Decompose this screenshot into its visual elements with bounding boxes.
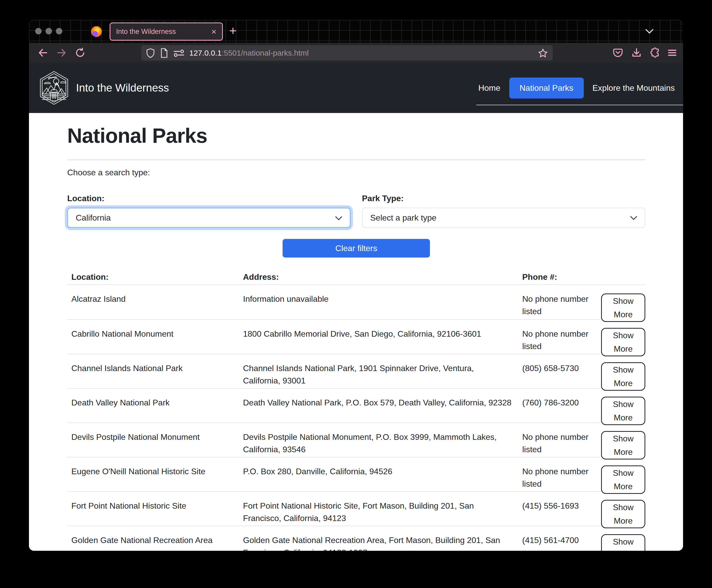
show-more-button[interactable]: Show More [601, 465, 645, 494]
row-location: Cabrillo National Monument [67, 319, 243, 357]
row-address: 1800 Cabrillo Memorial Drive, San Diego,… [243, 319, 522, 357]
table-row: Devils Postpile National Monument Devils… [67, 422, 645, 457]
page-title: National Parks [67, 123, 645, 148]
shield-icon[interactable] [146, 48, 155, 58]
pocket-icon[interactable] [611, 46, 625, 60]
download-icon[interactable] [630, 46, 643, 60]
nav-link-explore-mountains[interactable]: Explore the Mountains [592, 83, 675, 93]
location-select[interactable]: California [67, 208, 350, 228]
row-location: Golden Gate National Recreation Area [67, 526, 243, 551]
nav-link-home[interactable]: Home [478, 83, 500, 93]
firefox-icon [91, 26, 102, 37]
show-more-button[interactable]: Show More [601, 328, 645, 356]
row-phone: No phone number listed [522, 285, 601, 323]
site-navbar: Into the Wilderness Home National Parks … [29, 63, 683, 113]
list-tabs-chevron-icon[interactable] [644, 28, 654, 35]
menu-icon[interactable] [666, 46, 679, 60]
browser-tab[interactable]: Into the Wilderness × [110, 22, 223, 41]
window-minimize-button[interactable] [45, 28, 52, 35]
table-row: Channel Islands National Park Channel Is… [67, 354, 645, 388]
show-more-button[interactable]: Show More [601, 362, 645, 391]
browser-titlebar: Into the Wilderness × + [29, 20, 683, 43]
row-phone: (415) 556-1693 [522, 491, 601, 529]
row-address: Devils Postpile National Monument, P.O. … [243, 422, 522, 460]
permissions-toggle-icon[interactable] [173, 49, 185, 57]
table-row: Death Valley National Park Death Valley … [67, 388, 645, 422]
row-phone: (760) 786-3200 [522, 388, 601, 426]
forward-icon[interactable] [55, 46, 68, 60]
header-phone: Phone #: [522, 269, 601, 285]
url-path: :5501/national-parks.html [221, 49, 309, 57]
url-bar[interactable]: 127.0.0.1:5501/national-parks.html [141, 45, 553, 61]
brand[interactable]: Into the Wilderness [39, 71, 169, 105]
page-content: National Parks Choose a search type: Loc… [29, 113, 683, 551]
header-location: Location: [67, 269, 243, 285]
row-address: Death Valley National Park, P.O. Box 579… [243, 388, 522, 426]
browser-window: Into the Wilderness × + 12 [29, 20, 683, 551]
table-row: Cabrillo National Monument 1800 Cabrillo… [67, 319, 645, 354]
row-location: Eugene O'Neill National Historic Site [67, 457, 243, 495]
table-row: Alcatraz Island Information unavailable … [67, 285, 645, 319]
browser-toolbar: 127.0.0.1:5501/national-parks.html [29, 43, 683, 63]
tab-close-icon[interactable]: × [211, 27, 216, 36]
table-row: Golden Gate National Recreation Area Gol… [67, 526, 645, 551]
nav-underline [476, 105, 683, 105]
show-more-button[interactable]: Show More [601, 293, 645, 322]
row-location: Death Valley National Park [67, 388, 243, 426]
show-more-button[interactable]: Show More [601, 397, 645, 425]
header-address: Address: [243, 269, 522, 285]
back-icon[interactable] [36, 46, 50, 60]
tab-title: Into the Wilderness [116, 28, 211, 36]
extensions-puzzle-icon[interactable] [648, 46, 662, 60]
refresh-icon[interactable] [73, 46, 87, 60]
nav-link-national-parks-active[interactable]: National Parks [509, 78, 584, 99]
row-address: Channel Islands National Park, 1901 Spin… [243, 354, 522, 392]
url-host: 127.0.0.1 [189, 49, 221, 57]
show-more-button[interactable]: Show More [601, 500, 645, 528]
row-phone: No phone number listed [522, 422, 601, 460]
url-text[interactable]: 127.0.0.1:5501/national-parks.html [189, 49, 533, 57]
divider [67, 160, 645, 160]
window-close-button[interactable] [35, 28, 42, 35]
table-header-row: Location: Address: Phone #: [67, 269, 645, 285]
window-zoom-button[interactable] [56, 28, 62, 35]
clear-filters-button[interactable]: Clear filters [283, 239, 430, 257]
search-type-subtitle: Choose a search type: [67, 166, 645, 179]
row-address: Fort Point National Historic Site, Fort … [243, 491, 522, 529]
row-phone: No phone number listed [522, 319, 601, 357]
chevron-down-icon [334, 215, 343, 221]
wilderness-logo-icon [39, 71, 69, 105]
park-type-select[interactable]: Select a park type [362, 208, 645, 228]
nav-links: Home National Parks Explore the Mountain… [478, 78, 675, 99]
bookmark-star-icon[interactable] [538, 48, 548, 58]
parks-table-body: Alcatraz Island Information unavailable … [67, 285, 645, 551]
row-location: Devils Postpile National Monument [67, 422, 243, 460]
chevron-down-icon [629, 215, 638, 221]
brand-name[interactable]: Into the Wilderness [76, 82, 169, 94]
row-location: Channel Islands National Park [67, 354, 243, 392]
row-phone: (805) 658-5730 [522, 354, 601, 392]
row-address: Information unavailable [243, 285, 522, 323]
row-phone: No phone number listed [522, 457, 601, 495]
park-type-select-value: Select a park type [370, 213, 436, 223]
new-tab-button[interactable]: + [229, 25, 237, 37]
show-more-button[interactable]: Show More [601, 534, 645, 551]
row-phone: (415) 561-4700 [522, 526, 601, 551]
location-label: Location: [67, 192, 350, 205]
table-row: Fort Point National Historic Site Fort P… [67, 491, 645, 526]
parks-table: Location: Address: Phone #: Alcatraz Isl… [67, 269, 645, 551]
row-address: Golden Gate National Recreation Area, Fo… [243, 526, 522, 551]
location-select-value: California [76, 213, 111, 223]
row-location: Alcatraz Island [67, 285, 243, 323]
show-more-button[interactable]: Show More [601, 431, 645, 460]
table-row: Eugene O'Neill National Historic Site P.… [67, 457, 645, 491]
park-type-label: Park Type: [362, 192, 645, 205]
page-icon[interactable] [160, 48, 169, 58]
row-address: P.O. Box 280, Danville, California, 9452… [243, 457, 522, 495]
row-location: Fort Point National Historic Site [67, 491, 243, 529]
